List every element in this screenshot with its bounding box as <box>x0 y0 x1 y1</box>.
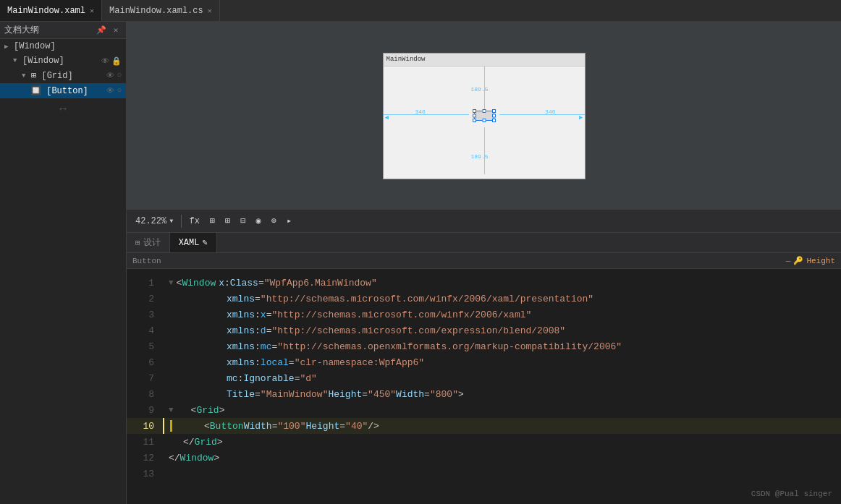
lock-icon-3[interactable]: ○ <box>117 71 122 80</box>
lock-icon-4[interactable]: ○ <box>117 86 122 95</box>
toolbar-play-btn[interactable]: ▸ <box>284 214 295 228</box>
handle-ml[interactable] <box>473 114 476 118</box>
watermark: CSDN @Pual singer <box>751 490 832 498</box>
tree-item-window-root[interactable]: ▶ [Window] <box>0 39 126 54</box>
code-lines[interactable]: ▼ <Window x:Class="WpfApp6.MainWindow" x… <box>163 269 841 504</box>
eye-icon-3[interactable]: 👁 <box>106 71 114 80</box>
tag-window: Window <box>182 278 216 289</box>
lock-icon-2[interactable]: 🔒 <box>111 56 122 66</box>
tree-label-4: 🔲 [Button] <box>30 85 88 96</box>
design-canvas-area[interactable]: MainWindow 189.5 189.5 346 346 <box>127 22 841 210</box>
tab-mainwindow-xaml-cs[interactable]: MainWindow.xaml.cs ✕ <box>102 0 220 21</box>
code-line-11[interactable]: </Grid> <box>163 434 841 450</box>
ln-5: 5 <box>127 338 163 354</box>
ln-3: 3 <box>127 307 163 323</box>
tab-label-1: MainWindow.xaml <box>7 6 85 16</box>
code-line-5[interactable]: xmlns:mc="http://schemas.openxmlformats.… <box>163 338 841 354</box>
tab-mainwindow-xaml[interactable]: MainWindow.xaml ✕ <box>0 0 102 21</box>
handle-bm[interactable] <box>482 119 486 122</box>
play-icon: ▸ <box>287 215 292 226</box>
line-indicator-10 <box>170 420 172 432</box>
breadcrumb-text: Button <box>132 257 161 265</box>
grid-icon: ⊞ <box>210 215 215 226</box>
code-line-6[interactable]: xmlns:local="clr-namespace:WpfApp6" <box>163 354 841 370</box>
panel-resize-handle[interactable]: ↔ <box>0 98 126 120</box>
ln-10: 10 <box>127 418 163 434</box>
handle-br[interactable] <box>492 119 496 122</box>
tree-item-grid[interactable]: ▼ ⊞ [Grid] 👁 ○ <box>0 68 126 83</box>
toolbar-grid2-btn[interactable]: ⊞ <box>222 214 233 228</box>
handle-bl[interactable] <box>473 119 476 122</box>
zoom-control[interactable]: 42.22% ▾ <box>132 214 177 228</box>
tree-arrow-1: ▶ <box>4 43 12 51</box>
code-editor[interactable]: 1 2 3 4 5 6 7 8 9 10 11 12 13 ▼ <Window <box>127 269 841 504</box>
toolbar-fx-btn[interactable]: fx <box>186 215 202 228</box>
collapse-btn-1[interactable]: ▼ <box>169 278 174 287</box>
ln-7: 7 <box>127 370 163 386</box>
toolbar-add-btn[interactable]: ⊕ <box>269 214 279 228</box>
canvas-titlebar: MainWindow <box>384 54 585 67</box>
tree-label-3: ⊞ [Grid] <box>31 70 73 81</box>
left-arrow-indicator: ◀ <box>385 114 389 121</box>
tab-design[interactable]: ⊞ 设计 <box>127 233 170 252</box>
code-line-7[interactable]: mc:Ignorable="d" <box>163 370 841 386</box>
ln-1: 1 <box>127 275 163 291</box>
right-panel: MainWindow 189.5 189.5 346 346 <box>127 22 841 504</box>
code-line-9[interactable]: ▼ <Grid> <box>163 402 841 418</box>
xaml-tab-label: XAML <box>179 238 200 248</box>
ln-2: 2 <box>127 291 163 307</box>
add-icon: ⊕ <box>271 215 276 226</box>
toolbar-minus-btn[interactable]: ⊟ <box>237 214 248 228</box>
code-line-3[interactable]: xmlns:x="http://schemas.microsoft.com/wi… <box>163 307 841 323</box>
code-line-2[interactable]: xmlns="http://schemas.microsoft.com/winf… <box>163 291 841 307</box>
canvas-window-title: MainWindow <box>386 56 426 63</box>
code-line-13[interactable] <box>163 466 841 482</box>
code-line-8[interactable]: Title="MainWindow" Height="450" Width="8… <box>163 386 841 402</box>
canvas-button-selected <box>474 111 494 121</box>
toolbar-circle-btn[interactable]: ◉ <box>253 214 264 228</box>
ln-4: 4 <box>127 323 163 338</box>
pin-icon[interactable]: 📌 <box>96 25 107 36</box>
tree-label-1: [Window] <box>14 41 56 51</box>
ln-9: 9 <box>127 402 163 418</box>
canvas-window-preview: MainWindow 189.5 189.5 346 346 <box>383 53 586 179</box>
measure-label-top: 189.5 <box>471 86 489 93</box>
tab-xaml[interactable]: XAML ✎ <box>170 233 217 252</box>
tree-item-button[interactable]: 🔲 [Button] 👁 ○ <box>0 83 126 98</box>
handle-mr[interactable] <box>492 114 496 118</box>
eye-icon-4[interactable]: 👁 <box>106 86 114 95</box>
attr-xclass-x: x:Class="WpfApp6.MainWindow" <box>219 278 376 289</box>
panel-close-icon[interactable]: ✕ <box>110 25 122 36</box>
code-line-12[interactable]: </Window> <box>163 450 841 466</box>
ln-13: 13 <box>127 466 163 482</box>
left-panel: 文档大纲 📌 ✕ ▶ [Window] ▼ [Window] 👁 🔒 ▼ ⊞ [… <box>0 22 127 504</box>
eye-icon-2[interactable]: 👁 <box>101 56 109 66</box>
handle-tl[interactable] <box>473 109 476 113</box>
tab-label-2: MainWindow.xaml.cs <box>109 6 203 16</box>
tree-arrow-2: ▼ <box>13 57 20 64</box>
xaml-edit-icon: ✎ <box>202 237 207 248</box>
measure-line-left <box>384 114 469 115</box>
collapse-btn-9[interactable]: ▼ <box>169 406 174 414</box>
handle-tr[interactable] <box>492 109 496 113</box>
lt-1: < <box>177 278 182 289</box>
circle-icon: ◉ <box>256 215 261 226</box>
code-line-4[interactable]: xmlns:d="http://schemas.microsoft.com/ex… <box>163 323 841 338</box>
code-line-1[interactable]: ▼ <Window x:Class="WpfApp6.MainWindow" <box>163 275 841 291</box>
property-name-label: Height <box>806 257 835 265</box>
tree-item-window[interactable]: ▼ [Window] 👁 🔒 <box>0 54 126 68</box>
tab-close-1[interactable]: ✕ <box>90 7 94 15</box>
measure-line-bottom <box>484 127 485 174</box>
toolbar-grid-btn[interactable]: ⊞ <box>207 214 218 228</box>
attr-xmlns: xmlns <box>227 294 255 304</box>
toolbar-strip: 42.22% ▾ fx ⊞ ⊞ ⊟ ◉ ⊕ ▸ <box>127 210 841 233</box>
ln-12: 12 <box>127 450 163 466</box>
canvas-container: MainWindow 189.5 189.5 346 346 <box>383 53 586 179</box>
handle-tm[interactable] <box>482 109 486 113</box>
view-tabs: ⊞ 设计 XAML ✎ <box>127 233 841 253</box>
measure-label-bottom: 189.5 <box>471 153 489 160</box>
code-line-10[interactable]: <Button Width="100" Height="40"/> <box>163 418 841 434</box>
tab-close-2[interactable]: ✕ <box>208 7 212 15</box>
property-indicator: — 🔑 Height <box>786 256 835 265</box>
fx-icon: fx <box>189 216 199 226</box>
